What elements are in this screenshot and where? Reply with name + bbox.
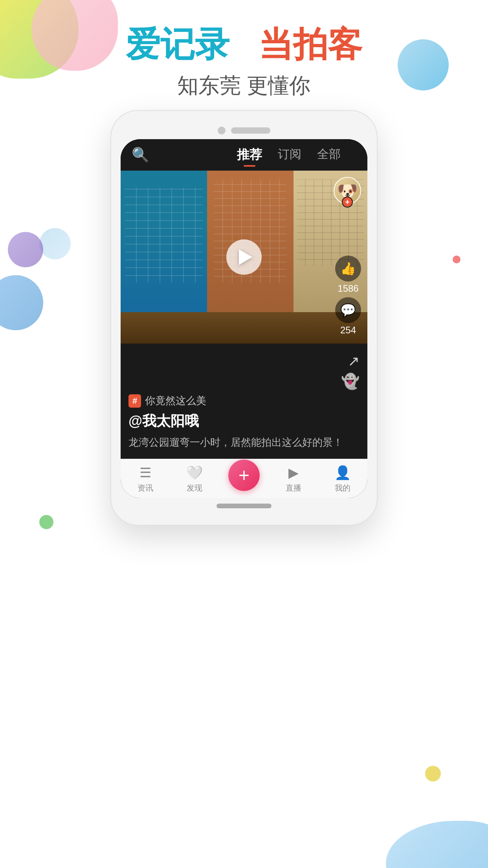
phone-outer: 🔍 推荐 订阅 全部: [110, 110, 378, 526]
header-section: 爱记录 当拍客 知东莞 更懂你: [0, 24, 488, 100]
header-title-blue: 爱记录: [126, 25, 229, 64]
play-button[interactable]: [226, 239, 262, 275]
news-label: 资讯: [138, 483, 153, 493]
header-title-red: 当拍客: [259, 25, 362, 64]
blob-red-dot: [453, 256, 460, 263]
blob-purple: [8, 232, 43, 267]
tag-text: 你竟然这么美: [145, 394, 206, 408]
video-description: 龙湾公园遛弯一小时，居然能拍出这么好的景！: [128, 435, 360, 450]
video-sidebar: 👍 1586 💬 254: [335, 256, 361, 336]
play-triangle-icon: [239, 249, 252, 265]
like-count: 1586: [338, 283, 358, 294]
live-label: 直播: [286, 483, 301, 493]
blob-blue-bottom: [386, 821, 488, 868]
video-avatar[interactable]: 🐶 +: [334, 177, 361, 204]
tab-live[interactable]: ▶ 直播: [269, 465, 318, 493]
ghost-icon-row: 👻: [128, 373, 360, 394]
add-button[interactable]: +: [228, 460, 260, 491]
blob-blue-small: [39, 228, 71, 259]
phone-inner: 🔍 推荐 订阅 全部: [121, 139, 367, 498]
tag-row: # 你竟然这么美: [128, 394, 360, 408]
header-subtitle: 知东莞 更懂你: [0, 72, 488, 100]
blob-green-dot: [39, 515, 53, 529]
news-icon: ☰: [139, 465, 151, 480]
content-area: ↗ 👻 # 你竟然这么美 @我太阳哦 龙湾公园遛弯一小时，居然能拍出这么好的景！: [121, 344, 367, 459]
blob-blue-left: [0, 275, 43, 330]
phone-mockup: 🔍 推荐 订阅 全部: [110, 110, 378, 526]
tab-subscribed[interactable]: 订阅: [278, 146, 301, 164]
tab-recommended[interactable]: 推荐: [237, 146, 262, 164]
comment-count: 254: [340, 325, 356, 336]
tag-badge[interactable]: #: [128, 394, 141, 408]
bottom-tabbar: ☰ 资讯 🤍 发现 + ▶ 直播 👤 我的: [121, 459, 367, 498]
like-action[interactable]: 👍 1586: [335, 256, 361, 294]
tab-all[interactable]: 全部: [317, 146, 341, 164]
ground-deck: [121, 312, 367, 344]
comment-icon[interactable]: 💬: [335, 297, 361, 323]
nav-tabs: 推荐 订阅 全部: [237, 146, 341, 164]
ghost-icon[interactable]: 👻: [341, 373, 360, 390]
like-icon[interactable]: 👍: [335, 256, 361, 281]
phone-speaker: [231, 127, 270, 134]
tab-discover[interactable]: 🤍 发现: [170, 465, 220, 493]
home-bar: [216, 504, 272, 508]
video-area: 🐶 + 👍 1586 💬 254: [121, 171, 367, 344]
phone-camera: [218, 127, 226, 134]
discover-icon: 🤍: [186, 465, 203, 480]
share-button[interactable]: ↗: [348, 353, 360, 370]
discover-label: 发现: [187, 483, 202, 493]
live-icon: ▶: [288, 465, 299, 480]
share-row: ↗: [128, 350, 360, 373]
tab-add[interactable]: +: [219, 467, 269, 491]
app-navbar: 🔍 推荐 订阅 全部: [121, 139, 367, 171]
blob-yellow-dot: [425, 766, 441, 782]
header-title: 爱记录 当拍客: [0, 24, 488, 65]
tab-mine[interactable]: 👤 我的: [318, 465, 367, 493]
follow-plus-badge[interactable]: +: [342, 197, 353, 208]
phone-topbar: [121, 120, 367, 139]
tab-news[interactable]: ☰ 资讯: [121, 465, 170, 493]
search-icon[interactable]: 🔍: [132, 147, 149, 163]
comment-action[interactable]: 💬 254: [335, 297, 361, 336]
phone-home-indicator: [121, 498, 367, 515]
mine-label: 我的: [335, 483, 350, 493]
author-name[interactable]: @我太阳哦: [128, 412, 360, 431]
mine-icon: 👤: [334, 465, 351, 480]
